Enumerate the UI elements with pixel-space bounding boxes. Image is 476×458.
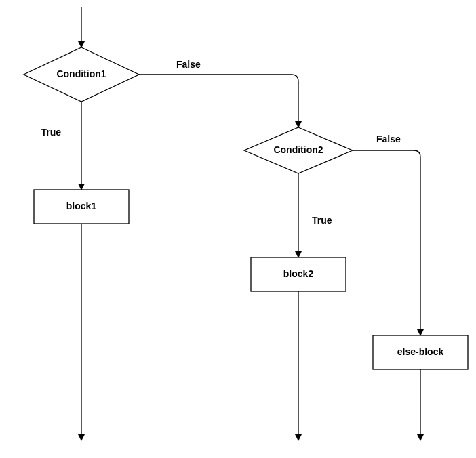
block1-label: block1 (66, 201, 97, 211)
edge-c1-false-label: False (176, 59, 201, 70)
condition2-label: Condition2 (273, 144, 323, 155)
edge-c1-true-label: True (41, 127, 61, 138)
edge-c2-true-label: True (312, 215, 332, 226)
block2-label: block2 (283, 268, 314, 279)
else-block-label: else-block (397, 346, 444, 357)
condition1-label: Condition1 (56, 68, 106, 79)
edge-c1-false (139, 75, 298, 127)
flowchart-canvas: Condition1 right to Condition2 --> False… (0, 0, 476, 458)
edge-c2-false (353, 150, 420, 335)
edge-c2-false-label: False (376, 133, 401, 144)
